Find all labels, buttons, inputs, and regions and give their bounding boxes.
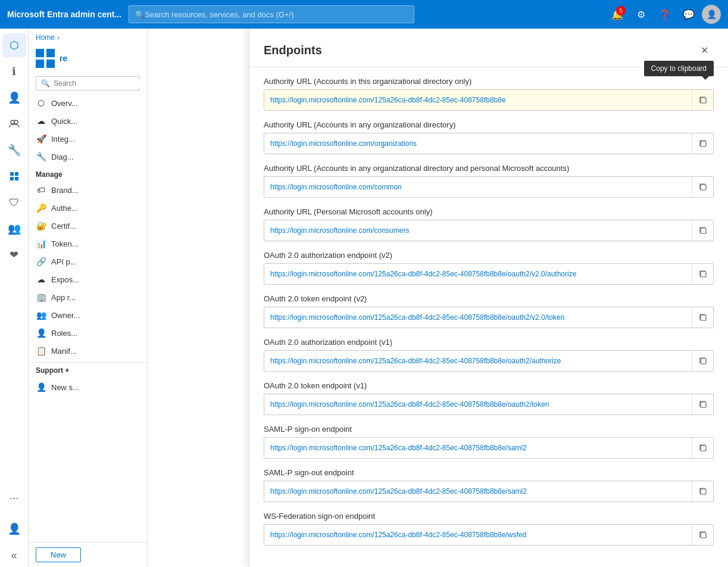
sidebar-item-new-support[interactable]: 👤 New s...: [29, 378, 147, 396]
panel-title: Endpoints: [264, 43, 322, 57]
nav-rail-collapse[interactable]: «: [2, 543, 26, 567]
svg-rect-13: [701, 228, 706, 233]
nav-rail-apps[interactable]: 🔧: [2, 138, 26, 162]
nav-rail-governance[interactable]: 👥: [2, 217, 26, 241]
svg-rect-2: [10, 172, 14, 176]
endpoint-group-9: SAML-P sign-out endpointhttps://login.mi…: [264, 468, 714, 502]
nav-rail-identity[interactable]: [2, 164, 26, 188]
sidebar-item-diag[interactable]: 🔧 Diag...: [29, 148, 147, 166]
endpoint-field-wrap-1: https://login.microsoftonline.com/organi…: [264, 133, 714, 154]
sidebar-item-approles[interactable]: 🏢 App r...: [29, 288, 147, 306]
help-button[interactable]: ❓: [654, 4, 676, 25]
endpoint-field-wrap-10: https://login.microsoftonline.com/125a26…: [264, 524, 714, 546]
svg-rect-18: [701, 446, 706, 451]
endpoint-value-4: https://login.microsoftonline.com/125a26…: [264, 266, 692, 282]
sidebar-item-expose[interactable]: ☁ Expos...: [29, 270, 147, 288]
endpoint-field-wrap-9: https://login.microsoftonline.com/125a26…: [264, 481, 714, 502]
endpoint-field-8: https://login.microsoftonline.com/125a26…: [264, 437, 714, 459]
notifications-button[interactable]: 🔔 5: [607, 4, 628, 25]
breadcrumb-home[interactable]: Home: [36, 33, 55, 42]
nav-rail-groups[interactable]: [2, 112, 26, 136]
sidebar-item-diag-label: Diag...: [51, 152, 74, 161]
nav-rail-more[interactable]: ···: [2, 486, 26, 510]
sidebar-item-integration[interactable]: 🚀 Integ...: [29, 130, 147, 148]
sidebar-item-expose-label: Expos...: [51, 275, 79, 284]
sidebar-search-box[interactable]: 🔍: [36, 76, 140, 91]
nav-rail-users[interactable]: 👤: [2, 86, 26, 110]
svg-rect-16: [701, 359, 706, 364]
nav-rail-info[interactable]: ℹ: [2, 60, 26, 83]
endpoint-field-3: https://login.microsoftonline.com/consum…: [264, 220, 714, 241]
sidebar-item-roles[interactable]: 👤 Roles...: [29, 324, 147, 342]
endpoint-value-7: https://login.microsoftonline.com/125a26…: [264, 397, 692, 412]
nav-rail-home[interactable]: ⬡: [2, 33, 26, 57]
endpoint-group-2: Authority URL (Accounts in any organizat…: [264, 164, 714, 198]
endpoint-group-7: OAuth 2.0 token endpoint (v1)https://log…: [264, 381, 714, 415]
sidebar-item-manifest-label: Manif...: [51, 347, 77, 356]
svg-rect-9: [46, 60, 55, 68]
endpoint-field-6: https://login.microsoftonline.com/125a26…: [264, 350, 714, 372]
endpoint-label-6: OAuth 2.0 authorization endpoint (v1): [264, 338, 714, 347]
copy-button-6[interactable]: [692, 351, 713, 371]
avatar[interactable]: 👤: [702, 5, 721, 24]
endpoint-field-10: https://login.microsoftonline.com/125a26…: [264, 524, 714, 546]
copy-button-3[interactable]: [692, 220, 713, 241]
owners-icon: 👥: [36, 310, 46, 320]
sidebar-item-overview-label: Overv...: [51, 99, 78, 108]
endpoint-label-7: OAuth 2.0 token endpoint (v1): [264, 381, 714, 390]
nav-rail-health[interactable]: ❤: [2, 243, 26, 267]
endpoint-label-9: SAML-P sign-out endpoint: [264, 468, 714, 477]
endpoint-field-5: https://login.microsoftonline.com/125a26…: [264, 307, 714, 328]
endpoint-field-7: https://login.microsoftonline.com/125a26…: [264, 394, 714, 415]
nav-rail-security[interactable]: 🛡: [2, 191, 26, 214]
sidebar-item-owners-label: Owner...: [51, 311, 80, 320]
svg-rect-19: [701, 489, 706, 494]
copy-button-2[interactable]: [692, 177, 713, 197]
settings-button[interactable]: ⚙: [630, 4, 652, 25]
breadcrumb-sep: ›: [57, 33, 60, 42]
svg-rect-17: [701, 402, 706, 407]
svg-point-1: [14, 120, 18, 124]
new-button[interactable]: New: [36, 547, 81, 562]
endpoint-label-8: SAML-P sign-on endpoint: [264, 425, 714, 434]
search-box[interactable]: 🔍: [129, 5, 414, 23]
endpoint-value-5: https://login.microsoftonline.com/125a26…: [264, 310, 692, 325]
copy-button-4[interactable]: [692, 264, 713, 284]
sidebar-item-quickstart[interactable]: ☁ Quick...: [29, 112, 147, 130]
sidebar-item-token[interactable]: 📊 Token...: [29, 235, 147, 253]
search-input[interactable]: [145, 10, 408, 19]
endpoint-field-wrap-7: https://login.microsoftonline.com/125a26…: [264, 394, 714, 415]
endpoint-value-8: https://login.microsoftonline.com/125a26…: [264, 440, 692, 456]
sidebar-item-owners[interactable]: 👥 Owner...: [29, 306, 147, 324]
endpoint-field-4: https://login.microsoftonline.com/125a26…: [264, 263, 714, 285]
copy-button-10[interactable]: [692, 525, 713, 545]
diag-icon: 🔧: [36, 151, 46, 162]
notification-badge: 5: [616, 6, 626, 15]
topbar-icons: 🔔 5 ⚙ ❓ 💬 👤: [607, 4, 721, 25]
copy-button-7[interactable]: [692, 394, 713, 415]
panel-close-button[interactable]: ✕: [695, 40, 714, 60]
nav-rail-account[interactable]: 👤: [2, 517, 26, 541]
sidebar-item-overview[interactable]: ⬡ Overv...: [29, 94, 147, 112]
support-section-label: Support +: [29, 362, 147, 378]
sidebar-search-icon: 🔍: [41, 79, 50, 88]
overview-icon: ⬡: [36, 98, 46, 108]
svg-rect-4: [10, 177, 14, 180]
feedback-button[interactable]: 💬: [678, 4, 699, 25]
svg-rect-11: [701, 141, 706, 147]
sidebar-search-input[interactable]: [54, 79, 143, 88]
copy-button-8[interactable]: [692, 438, 713, 458]
copy-button-5[interactable]: [692, 307, 713, 328]
copy-button-1[interactable]: [692, 133, 713, 154]
endpoint-field-wrap-0: https://login.microsoftonline.com/125a26…: [264, 89, 714, 111]
sidebar-item-api[interactable]: 🔗 API p...: [29, 253, 147, 270]
sidebar-item-quickstart-label: Quick...: [51, 117, 77, 126]
copy-button-0[interactable]: [692, 90, 713, 110]
copy-button-9[interactable]: [692, 481, 713, 501]
sidebar-item-brand[interactable]: 🏷 Brand...: [29, 181, 147, 199]
cert-icon: 🔐: [36, 220, 46, 231]
sidebar-item-auth[interactable]: 🔑 Authe...: [29, 199, 147, 217]
sidebar-item-manifest[interactable]: 📋 Manif...: [29, 342, 147, 360]
endpoint-field-wrap-6: https://login.microsoftonline.com/125a26…: [264, 350, 714, 372]
sidebar-item-cert[interactable]: 🔐 Certif...: [29, 217, 147, 235]
